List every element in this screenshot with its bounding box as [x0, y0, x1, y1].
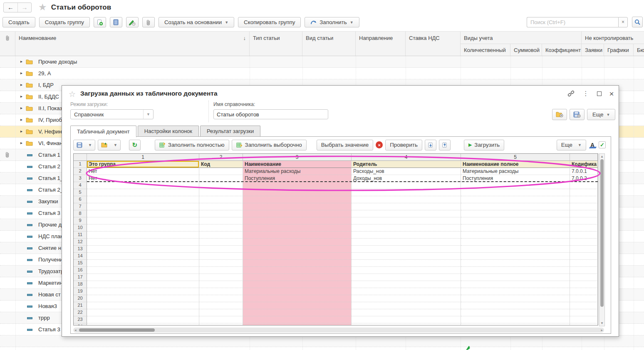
sheet-cell[interactable]: [352, 246, 461, 253]
sheet-cell[interactable]: [570, 224, 598, 232]
fill-button[interactable]: Заполнить▼: [305, 17, 359, 27]
sheet-row-number[interactable]: 2: [74, 168, 87, 175]
sheet-cell[interactable]: [461, 182, 570, 189]
sheet-cell[interactable]: [243, 232, 352, 239]
sheet-cell[interactable]: [570, 295, 598, 302]
sheet-cell[interactable]: [87, 203, 199, 210]
sheet-cell[interactable]: [461, 203, 570, 210]
sheet-row-number[interactable]: 19: [74, 288, 87, 295]
tab-1[interactable]: Табличный документ: [70, 126, 136, 137]
sheet-cell[interactable]: [243, 316, 352, 323]
sheet-cell[interactable]: [243, 260, 352, 267]
sheet-corner[interactable]: [74, 154, 87, 161]
sheet-cell[interactable]: [87, 239, 199, 246]
sheet-cell[interactable]: [243, 295, 352, 302]
sheet-row-number[interactable]: 22: [74, 309, 87, 316]
forward-button[interactable]: →: [17, 3, 31, 12]
folder-settings-button[interactable]: [552, 109, 567, 120]
sheet-cell[interactable]: [570, 210, 598, 217]
sheet-cell[interactable]: [352, 196, 461, 203]
maximize-button[interactable]: [594, 89, 604, 98]
sheet-row-number[interactable]: 14: [74, 253, 87, 260]
copy-link-button[interactable]: [566, 89, 575, 98]
save-settings-button[interactable]: [570, 109, 585, 120]
open-split-button[interactable]: ▼: [98, 140, 121, 150]
check-mark-button[interactable]: ✓: [599, 141, 606, 148]
scroll-down-icon[interactable]: ▼: [599, 321, 604, 325]
move-down-button[interactable]: [425, 140, 436, 150]
sheet-cell[interactable]: Кодифика: [570, 161, 598, 168]
sheet-cell[interactable]: [199, 281, 243, 288]
sheet-cell[interactable]: Код: [199, 161, 243, 168]
sheet-vertical-scrollbar[interactable]: ▲ ▼: [599, 153, 605, 326]
sheet-cell[interactable]: [352, 316, 461, 323]
sheet-cell[interactable]: [461, 217, 570, 224]
sheet-row-number[interactable]: 17: [74, 274, 87, 281]
sheet-cell[interactable]: [352, 274, 461, 281]
catalog-name-input[interactable]: [213, 109, 328, 119]
sheet-cell[interactable]: [243, 302, 352, 309]
sheet-cell[interactable]: [199, 182, 243, 189]
sheet-cell[interactable]: Материальные расходы: [243, 168, 352, 175]
sheet-row-number[interactable]: 10: [74, 224, 87, 232]
expand-icon[interactable]: ▸: [20, 71, 22, 75]
column-header-requests[interactable]: Заявки: [582, 44, 604, 56]
sheet-cell[interactable]: [461, 196, 570, 203]
expand-icon[interactable]: ▸: [20, 59, 22, 64]
sheet-row-number[interactable]: 3: [74, 175, 87, 182]
sheet-cell[interactable]: [352, 253, 461, 260]
cancel-search-button[interactable]: ×: [376, 141, 383, 148]
expand-icon[interactable]: ▸: [20, 82, 22, 87]
sheet-cell[interactable]: [243, 267, 352, 274]
fill-selective-button[interactable]: Заполнить выборочно: [232, 140, 307, 150]
back-button[interactable]: ←: [4, 3, 17, 12]
sheet-cell[interactable]: [570, 239, 598, 246]
sheet-column-header[interactable]: 1: [87, 154, 199, 161]
column-header-direction[interactable]: Направление: [356, 32, 406, 56]
sheet-cell[interactable]: [199, 246, 243, 253]
expand-icon[interactable]: ▸: [20, 117, 22, 122]
sheet-cell[interactable]: [461, 316, 570, 323]
copy-group-button[interactable]: Скопировать группу: [238, 17, 301, 27]
sheet-cell[interactable]: [243, 224, 352, 232]
sheet-cell[interactable]: [87, 182, 199, 189]
column-header-schedules[interactable]: Графики: [604, 44, 634, 56]
sheet-cell[interactable]: [87, 260, 199, 267]
sheet-cell[interactable]: [243, 196, 352, 203]
sheet-cell[interactable]: [199, 260, 243, 267]
sheet-cell[interactable]: [199, 309, 243, 316]
sheet-cell[interactable]: [352, 217, 461, 224]
font-edit-icon[interactable]: А: [590, 142, 594, 148]
sheet-row-number[interactable]: 23: [74, 316, 87, 323]
sheet-cell[interactable]: [352, 295, 461, 302]
sheet-cell[interactable]: [461, 224, 570, 232]
sheet-cell[interactable]: Это группа: [87, 161, 199, 168]
sheet-cell[interactable]: [199, 302, 243, 309]
sheet-cell[interactable]: [570, 309, 598, 316]
tab-2[interactable]: Настройки колонок: [138, 126, 199, 136]
tab-3[interactable]: Результат загрузки: [200, 126, 260, 136]
column-group-no-control-title[interactable]: Не контролировать: [582, 32, 644, 44]
sheet-cell[interactable]: [570, 182, 598, 189]
sheet-cell[interactable]: [243, 239, 352, 246]
sheet-cell[interactable]: [461, 295, 570, 302]
sheet-cell[interactable]: [199, 232, 243, 239]
sheet-cell[interactable]: [87, 246, 199, 253]
sheet-cell[interactable]: [243, 203, 352, 210]
sheet-cell[interactable]: [87, 210, 199, 217]
sheet-cell[interactable]: [461, 302, 570, 309]
sheet-cell[interactable]: [87, 288, 199, 295]
sheet-cell[interactable]: [352, 189, 461, 196]
favorite-star-icon[interactable]: ★: [38, 2, 47, 12]
sheet-cell[interactable]: [461, 309, 570, 316]
sheet-cell[interactable]: [87, 196, 199, 203]
search-button[interactable]: [632, 17, 643, 27]
sheet-cell[interactable]: [199, 267, 243, 274]
scroll-left-icon[interactable]: ◂: [74, 328, 77, 332]
sheet-row-number[interactable]: 20: [74, 295, 87, 302]
sheet-cell[interactable]: [352, 232, 461, 239]
sheet-row-number[interactable]: 6: [74, 196, 87, 203]
sheet-row-number[interactable]: 15: [74, 260, 87, 267]
sheet-cell[interactable]: [243, 189, 352, 196]
sheet-cell[interactable]: [461, 253, 570, 260]
